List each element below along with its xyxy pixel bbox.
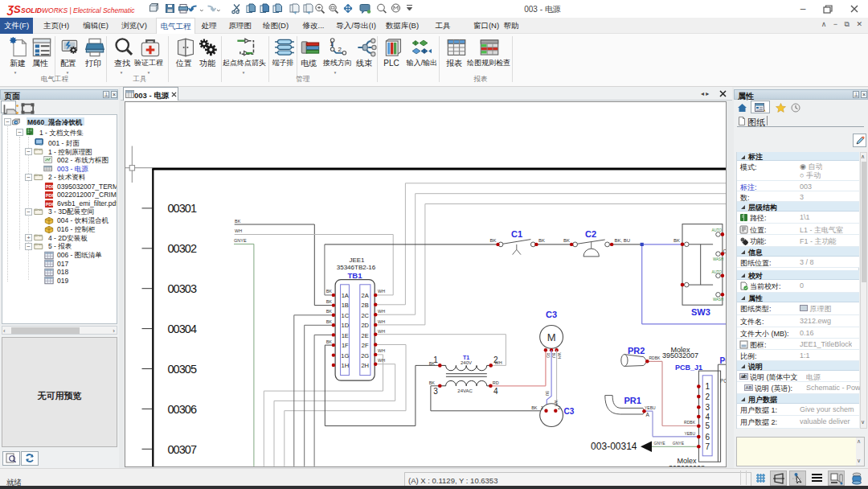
svg-text:35346TB2-16: 35346TB2-16: [337, 264, 376, 271]
svg-text:WH: WH: [378, 358, 385, 363]
svg-text:BK: BK: [326, 309, 333, 314]
svg-text:WH: WH: [378, 309, 385, 314]
svg-text:4: 4: [493, 387, 498, 396]
svg-text:2H: 2H: [361, 362, 369, 369]
svg-text:YEBU: YEBU: [645, 405, 656, 410]
svg-text:WH: WH: [557, 353, 561, 360]
svg-text:GNYE: GNYE: [234, 238, 247, 243]
svg-text:WH: WH: [554, 401, 558, 407]
svg-text:BK: BK: [235, 219, 241, 224]
svg-text:BK: BK: [538, 238, 545, 243]
svg-text:YEBU: YEBU: [684, 431, 695, 436]
svg-text:WASH: WASH: [713, 298, 723, 302]
svg-text:2B: 2B: [362, 302, 369, 309]
svg-text:ƷS: ƷS: [6, 3, 21, 15]
svg-text:1E: 1E: [342, 332, 349, 339]
svg-text:BK: BK: [429, 380, 436, 385]
svg-text:4: 4: [705, 413, 710, 421]
svg-text:1B: 1B: [342, 302, 349, 309]
svg-text:JEE1: JEE1: [349, 257, 365, 264]
svg-text:BK: BK: [563, 238, 570, 243]
svg-text:2: 2: [338, 46, 341, 53]
svg-text:BK, BU: BK, BU: [615, 238, 631, 243]
svg-text:1: 1: [330, 40, 334, 47]
svg-text:WH: WH: [495, 360, 502, 365]
svg-text:SW3: SW3: [691, 307, 710, 317]
svg-text:24VAC: 24VAC: [457, 388, 473, 393]
svg-text:BK: BK: [489, 238, 496, 243]
svg-text:BK: BK: [326, 339, 333, 344]
svg-text:1: 1: [705, 382, 710, 391]
svg-text:00301: 00301: [168, 202, 198, 215]
svg-text:3: 3: [433, 387, 438, 396]
svg-text:2G: 2G: [361, 352, 369, 360]
svg-text:5: 5: [705, 421, 710, 430]
svg-text:00305: 00305: [168, 363, 198, 376]
svg-text:2F: 2F: [362, 342, 369, 349]
svg-text:PCI: PCI: [720, 378, 726, 384]
svg-text:1G: 1G: [341, 352, 349, 360]
svg-text:00304: 00304: [168, 323, 198, 335]
svg-text:T1: T1: [463, 355, 469, 360]
svg-text:PDF: PDF: [46, 184, 54, 189]
svg-text:RDBK: RDBK: [649, 355, 661, 360]
svg-text:1F: 1F: [342, 342, 349, 349]
svg-text:C3: C3: [546, 310, 557, 319]
svg-text:PDF: PDF: [46, 192, 54, 197]
svg-text:003-00314: 003-00314: [591, 441, 637, 452]
svg-text:C1: C1: [511, 229, 522, 239]
svg-text:2E: 2E: [362, 332, 369, 339]
svg-text:BK: BK: [326, 299, 333, 304]
svg-text:00307: 00307: [168, 443, 198, 456]
svg-text:2D: 2D: [361, 322, 369, 329]
svg-text:WORKS | Electrical Schematic: WORKS | Electrical Schematic: [42, 6, 135, 14]
svg-text:C3: C3: [564, 407, 575, 416]
svg-text:AUTO: AUTO: [712, 270, 723, 274]
svg-text:1C: 1C: [342, 312, 350, 319]
svg-text:RD: RD: [493, 380, 499, 385]
svg-text:00306: 00306: [168, 403, 198, 416]
svg-text:2C: 2C: [361, 312, 369, 319]
svg-text:395032008: 395032008: [669, 464, 705, 467]
svg-text:PR1: PR1: [624, 396, 641, 405]
svg-text:WH: WH: [378, 319, 385, 324]
svg-text:AUTO: AUTO: [712, 228, 723, 232]
svg-text:00302: 00302: [168, 242, 198, 255]
svg-text:240V: 240V: [461, 360, 472, 365]
svg-text:RD: RD: [546, 353, 550, 359]
svg-text:1A: 1A: [342, 292, 349, 299]
svg-text:7: 7: [705, 442, 710, 451]
svg-text:BK: BK: [326, 289, 333, 294]
svg-text:BK: BK: [429, 361, 436, 366]
svg-text:SOLID: SOLID: [21, 6, 42, 14]
svg-text:395032007: 395032007: [662, 351, 698, 360]
svg-text:3: 3: [705, 403, 710, 412]
svg-text:WH: WH: [378, 289, 385, 294]
svg-text:PDF: PDF: [46, 201, 54, 206]
svg-text:6: 6: [705, 433, 710, 442]
svg-text:PC: PC: [720, 356, 727, 365]
svg-text:WH: WH: [378, 329, 385, 334]
svg-text:RDBK: RDBK: [684, 420, 696, 425]
svg-text:WH: WH: [235, 228, 242, 233]
svg-text:C2: C2: [585, 229, 596, 239]
svg-text:00303: 00303: [168, 282, 198, 295]
svg-text:BK: BK: [326, 319, 333, 324]
svg-text:2: 2: [705, 392, 710, 401]
svg-text:A: A: [646, 412, 650, 417]
svg-text:BK: BK: [531, 405, 538, 410]
svg-text:GNYE: GNYE: [673, 441, 685, 446]
svg-text:BU: BU: [545, 391, 549, 396]
svg-text:2A: 2A: [362, 292, 369, 299]
svg-text:TB1: TB1: [348, 271, 363, 280]
svg-text:GNYE: GNYE: [654, 441, 666, 446]
svg-text:PCB_J1: PCB_J1: [675, 364, 702, 372]
svg-text:BK: BK: [674, 238, 680, 243]
svg-text:M: M: [547, 331, 556, 343]
svg-text:PR2: PR2: [628, 346, 645, 355]
svg-text:1D: 1D: [342, 322, 350, 329]
svg-text:WH: WH: [378, 348, 385, 353]
svg-text:1H: 1H: [342, 362, 350, 369]
svg-text:WASH: WASH: [713, 257, 723, 261]
